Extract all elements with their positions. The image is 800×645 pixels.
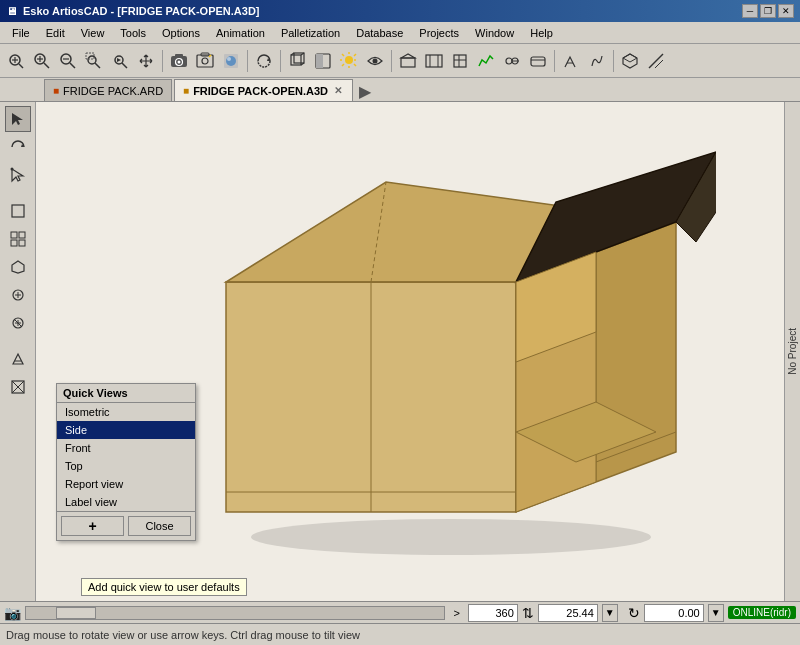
svg-rect-19 <box>175 54 183 57</box>
svg-point-18 <box>178 60 181 63</box>
quick-views-title: Quick Views <box>57 384 195 403</box>
zoom-all-button[interactable] <box>4 49 28 73</box>
menu-database[interactable]: Database <box>348 25 411 41</box>
rotate-tool-button[interactable] <box>5 134 31 160</box>
zoom-prev-button[interactable] <box>108 49 132 73</box>
camera-button[interactable] <box>167 49 191 73</box>
menu-file[interactable]: File <box>4 25 38 41</box>
tooltip: Add quick view to user defaults <box>81 578 247 596</box>
zoom-window-button[interactable] <box>82 49 106 73</box>
zoom-out-button[interactable] <box>56 49 80 73</box>
menu-projects[interactable]: Projects <box>411 25 467 41</box>
menu-palletization[interactable]: Palletization <box>273 25 348 41</box>
tab-label-ard: FRIDGE PACK.ARD <box>63 85 163 97</box>
close-button[interactable]: ✕ <box>778 4 794 18</box>
tool3-button[interactable] <box>5 162 31 188</box>
quick-views-panel: Quick Views Isometric Side Front Top Rep… <box>56 383 196 541</box>
tool-t4[interactable] <box>474 49 498 73</box>
menu-help[interactable]: Help <box>522 25 561 41</box>
menu-edit[interactable]: Edit <box>38 25 73 41</box>
light-button[interactable] <box>337 49 361 73</box>
tool-t7[interactable] <box>559 49 583 73</box>
tool-t5[interactable] <box>500 49 524 73</box>
svg-rect-46 <box>531 57 545 66</box>
tool-t3[interactable] <box>448 49 472 73</box>
tab-close-button[interactable]: ✕ <box>332 85 344 96</box>
shading-button[interactable] <box>311 49 335 73</box>
tool4-button[interactable] <box>5 198 31 224</box>
rot-input[interactable] <box>644 604 704 622</box>
svg-point-51 <box>10 168 13 171</box>
tool9-button[interactable] <box>5 346 31 372</box>
eye-button[interactable] <box>363 49 387 73</box>
view-cube-button[interactable] <box>285 49 309 73</box>
select-tool-button[interactable] <box>5 106 31 132</box>
tab-label-a3d: FRIDGE PACK-OPEN.A3D <box>193 85 328 97</box>
qv-side[interactable]: Side <box>57 421 195 439</box>
svg-marker-57 <box>12 261 24 273</box>
minimize-button[interactable]: ─ <box>742 4 758 18</box>
svg-line-5 <box>44 63 49 68</box>
tool8-button[interactable] <box>5 310 31 336</box>
menu-view[interactable]: View <box>73 25 113 41</box>
photo-button[interactable] <box>193 49 217 73</box>
qv-report[interactable]: Report view <box>57 475 195 493</box>
svg-rect-32 <box>316 54 323 68</box>
tab-icon-ard: ■ <box>53 85 59 96</box>
zoom-in-button[interactable] <box>30 49 54 73</box>
tool-t6[interactable] <box>526 49 550 73</box>
tool7-button[interactable] <box>5 282 31 308</box>
tool-t1[interactable] <box>396 49 420 73</box>
tab-bar: ■ FRIDGE PACK.ARD ■ FRIDGE PACK-OPEN.A3D… <box>0 78 800 102</box>
pan-button[interactable] <box>134 49 158 73</box>
tool-t2[interactable] <box>422 49 446 73</box>
svg-rect-40 <box>454 55 466 67</box>
restore-button[interactable]: ❐ <box>760 4 776 18</box>
toolbar <box>0 44 800 78</box>
rot-unit: ▼ <box>708 604 724 622</box>
menu-animation[interactable]: Animation <box>208 25 273 41</box>
close-quick-views-button[interactable]: Close <box>128 516 191 536</box>
tool-t8[interactable] <box>585 49 609 73</box>
canvas-area[interactable]: Quick Views Isometric Side Front Top Rep… <box>36 102 784 601</box>
svg-rect-52 <box>12 205 24 217</box>
tab-ard[interactable]: ■ FRIDGE PACK.ARD <box>44 79 172 101</box>
tab-scroll-right[interactable]: ▶ <box>359 82 371 101</box>
horizontal-scrollbar[interactable] <box>25 606 445 620</box>
qv-label[interactable]: Label view <box>57 493 195 511</box>
camera-status-icon[interactable]: 📷 <box>4 605 21 621</box>
3d-view-button[interactable] <box>618 49 642 73</box>
rotate-button[interactable] <box>252 49 276 73</box>
qv-front[interactable]: Front <box>57 439 195 457</box>
online-badge: ONLINE(ridr) <box>728 606 796 619</box>
menu-options[interactable]: Options <box>154 25 208 41</box>
render-button[interactable] <box>219 49 243 73</box>
tool10-button[interactable] <box>5 374 31 400</box>
qv-isometric[interactable]: Isometric <box>57 403 195 421</box>
svg-marker-50 <box>623 54 637 62</box>
svg-rect-55 <box>11 240 17 246</box>
sep4 <box>391 50 392 72</box>
svg-point-33 <box>345 56 353 64</box>
svg-rect-37 <box>426 55 442 67</box>
add-quick-view-button[interactable]: + <box>61 516 124 536</box>
sep2 <box>247 50 248 72</box>
menu-bar: File Edit View Tools Options Animation P… <box>0 22 800 44</box>
left-toolbar <box>0 102 36 601</box>
svg-line-1 <box>19 64 23 68</box>
right-panel: No Project <box>784 102 800 601</box>
scrollbar-thumb[interactable] <box>56 607 96 619</box>
menu-tools[interactable]: Tools <box>112 25 154 41</box>
angle-input[interactable] <box>468 604 518 622</box>
svg-marker-36 <box>401 54 415 58</box>
tab-a3d[interactable]: ■ FRIDGE PACK-OPEN.A3D ✕ <box>174 79 353 101</box>
svg-point-21 <box>202 58 208 64</box>
svg-line-9 <box>70 63 75 68</box>
qv-top[interactable]: Top <box>57 457 195 475</box>
tilt-input[interactable] <box>538 604 598 622</box>
tool-t9[interactable] <box>644 49 668 73</box>
menu-window[interactable]: Window <box>467 25 522 41</box>
tool5-button[interactable] <box>5 226 31 252</box>
tool6-button[interactable] <box>5 254 31 280</box>
sep5 <box>554 50 555 72</box>
